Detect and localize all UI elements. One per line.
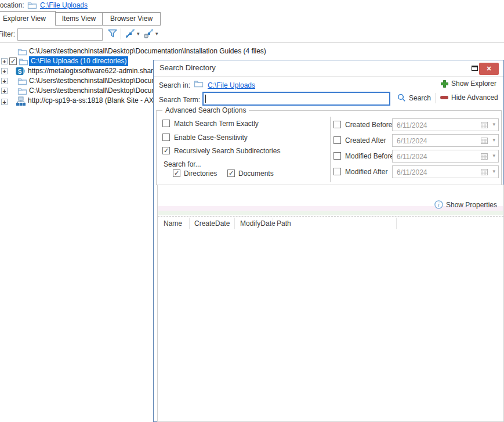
directories-label: Directories bbox=[184, 169, 217, 178]
case-sensitivity-label: Enable Case-Sensitivity bbox=[174, 134, 248, 142]
group-label: Advanced Search Options bbox=[162, 106, 249, 114]
modified-before-checkbox[interactable] bbox=[333, 152, 341, 160]
documents-label: Documents bbox=[238, 169, 274, 178]
recursive-search-label: Recursively Search Subdirectories bbox=[174, 147, 280, 155]
group-divider bbox=[330, 117, 331, 182]
filter-toolbar: Filter: ▾ ▾ bbox=[0, 26, 504, 43]
modified-before-datepicker[interactable]: 6/11/2024 ▾ bbox=[392, 150, 499, 163]
chevron-down-icon[interactable]: ▾ bbox=[492, 153, 495, 158]
results-panel: i Show Properties Name CreateDate Modify… bbox=[157, 185, 504, 422]
created-after-checkbox[interactable] bbox=[333, 136, 341, 144]
column-separator[interactable] bbox=[234, 218, 235, 229]
created-after-datepicker[interactable]: 6/11/2024 ▾ bbox=[392, 134, 499, 147]
info-icon: i bbox=[434, 200, 443, 209]
tree-item-label[interactable]: C:\Users\testbenchinstall\Desktop\Docume… bbox=[29, 46, 266, 56]
close-button[interactable]: ✕ bbox=[479, 63, 499, 75]
created-before-checkbox[interactable] bbox=[333, 121, 341, 128]
expand-toggle[interactable]: + bbox=[1, 99, 8, 105]
documents-checkbox[interactable]: ✓ bbox=[227, 169, 235, 177]
filter-input[interactable] bbox=[17, 28, 103, 41]
chevron-down-icon[interactable]: ▾ bbox=[155, 31, 158, 37]
highlight-band-green bbox=[158, 211, 503, 215]
tree-item-label[interactable]: https://metalogixsoftware622-admin.share… bbox=[28, 66, 161, 76]
tree-item-label[interactable]: http://cp-sp19-a-ss:1818 (Blank Site - A… bbox=[28, 96, 167, 106]
chevron-down-icon[interactable]: ▾ bbox=[492, 137, 495, 143]
expand-toggle[interactable]: + bbox=[1, 58, 8, 64]
search-button[interactable]: Search bbox=[397, 93, 431, 102]
directories-checkbox[interactable]: ✓ bbox=[173, 169, 180, 177]
toolbar-separator bbox=[121, 28, 121, 39]
date-value: 6/11/2024 bbox=[397, 137, 427, 145]
date-value: 6/11/2024 bbox=[397, 168, 427, 176]
column-header-name[interactable]: Name bbox=[164, 219, 182, 228]
svg-text:S: S bbox=[18, 68, 22, 75]
date-value: 6/11/2024 bbox=[397, 121, 427, 129]
filter-label: Filter: bbox=[0, 30, 15, 38]
results-empty-area bbox=[158, 230, 503, 421]
column-separator[interactable] bbox=[189, 218, 190, 229]
disconnect-icon[interactable] bbox=[143, 28, 154, 41]
tree-checkbox[interactable]: ✓ bbox=[9, 57, 17, 65]
created-before-label: Created Before bbox=[345, 121, 392, 129]
chevron-down-icon[interactable]: ▾ bbox=[492, 121, 495, 127]
column-separator[interactable] bbox=[273, 218, 273, 229]
app-window: Location: C:\File Uploads Explorer View … bbox=[0, 0, 504, 422]
column-header-modifydate[interactable]: ModifyDate bbox=[240, 219, 275, 228]
hide-advanced-button[interactable]: Hide Advanced bbox=[440, 93, 498, 102]
modified-before-label: Modified Before bbox=[345, 152, 394, 160]
location-label: Location: bbox=[0, 1, 24, 9]
dialog-title: Search Directory bbox=[159, 63, 216, 72]
funnel-icon[interactable] bbox=[107, 28, 118, 40]
connect-icon[interactable] bbox=[125, 28, 136, 41]
tab-label: Explorer View bbox=[3, 15, 46, 23]
expand-toggle[interactable]: + bbox=[1, 78, 8, 84]
column-separator[interactable] bbox=[396, 218, 397, 229]
search-directory-dialog: Search Directory ✕ Search in: C:\File Up… bbox=[153, 60, 504, 422]
minimize-button[interactable] bbox=[472, 66, 478, 71]
modified-after-datepicker[interactable]: 6/11/2024 ▾ bbox=[392, 165, 499, 178]
text-cursor bbox=[205, 95, 206, 103]
date-value: 6/11/2024 bbox=[397, 153, 427, 161]
svg-text:i: i bbox=[438, 201, 440, 208]
tab-browser-view[interactable]: Browser View bbox=[102, 12, 161, 26]
tab-explorer-view[interactable]: Explorer View bbox=[0, 11, 56, 26]
modified-after-label: Modified After bbox=[345, 168, 387, 176]
magnifier-icon bbox=[397, 93, 406, 102]
search-term-input[interactable] bbox=[202, 92, 390, 106]
green-plus-icon bbox=[441, 80, 448, 88]
folder-icon bbox=[194, 80, 204, 89]
expand-toggle[interactable]: + bbox=[1, 88, 8, 94]
tree-item-label[interactable]: C:\File Uploads (10 directories) bbox=[29, 56, 128, 66]
tree-row[interactable]: C:\Users\testbenchinstall\Desktop\Docume… bbox=[0, 46, 499, 56]
show-properties-label: Show Properties bbox=[446, 201, 497, 209]
calendar-icon bbox=[481, 121, 488, 130]
tree-item-label[interactable]: C:\Users\testbenchinstall\Desktop\Docume… bbox=[29, 76, 167, 86]
location-path-link[interactable]: C:\File Uploads bbox=[40, 1, 88, 9]
chevron-down-icon[interactable]: ▾ bbox=[492, 168, 495, 174]
search-in-label: Search in: bbox=[159, 81, 190, 89]
dialog-title-bar[interactable]: Search Directory ✕ bbox=[154, 60, 503, 77]
calendar-icon bbox=[481, 168, 488, 177]
search-for-label: Search for... bbox=[164, 160, 201, 168]
match-exactly-checkbox[interactable] bbox=[162, 120, 170, 127]
red-minus-icon bbox=[440, 96, 448, 99]
modified-after-checkbox[interactable] bbox=[333, 168, 341, 175]
calendar-icon bbox=[481, 153, 488, 161]
site-collection-icon bbox=[16, 96, 26, 109]
recursive-search-checkbox[interactable]: ✓ bbox=[162, 147, 170, 154]
search-in-path-link[interactable]: C:\File Uploads bbox=[208, 81, 255, 89]
show-explorer-button[interactable]: Show Explorer bbox=[441, 80, 496, 88]
case-sensitivity-checkbox[interactable] bbox=[162, 134, 170, 141]
search-term-label: Search Term: bbox=[159, 96, 200, 104]
column-header-createdate[interactable]: CreateDate bbox=[194, 219, 230, 228]
show-properties-button[interactable]: i Show Properties bbox=[434, 200, 497, 209]
calendar-icon bbox=[481, 137, 488, 146]
expand-toggle[interactable]: + bbox=[1, 68, 8, 74]
show-explorer-label: Show Explorer bbox=[451, 80, 496, 88]
tab-items-view[interactable]: Items View bbox=[55, 12, 103, 26]
created-before-datepicker[interactable]: 6/11/2024 ▾ bbox=[392, 118, 499, 131]
column-header-path[interactable]: Path bbox=[277, 219, 291, 228]
chevron-down-icon[interactable]: ▾ bbox=[137, 31, 140, 37]
tab-label: Browser View bbox=[110, 15, 153, 23]
tree-item-label[interactable]: C:\Users\testbenchinstall\Desktop\Docume… bbox=[29, 86, 167, 96]
